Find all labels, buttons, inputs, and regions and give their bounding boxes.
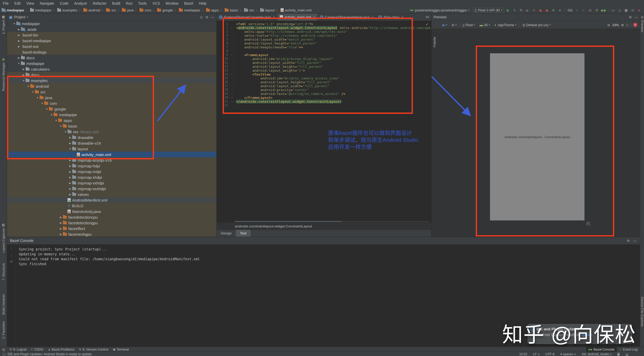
- tool-device-file-explorer[interactable]: Device File Explorer: [640, 297, 644, 327]
- run-disabled-icon[interactable]: ▶: [525, 8, 530, 12]
- tree-toggle-icon[interactable]: ▶: [68, 170, 72, 173]
- locate-file-icon[interactable]: ⊙: [200, 15, 203, 19]
- tree-toggle-icon[interactable]: ▶: [68, 159, 72, 162]
- tree-toggle-icon[interactable]: ▶: [68, 193, 72, 196]
- fold-marker-icon[interactable]: ⌐: [230, 100, 234, 103]
- scroll-up-icon[interactable]: ↑: [11, 247, 12, 251]
- fold-marker-icon[interactable]: ⌐: [230, 96, 234, 100]
- tree-toggle-icon[interactable]: ▶: [21, 73, 26, 76]
- tree-item-basic[interactable]: ▼basic: [7, 123, 216, 129]
- scroll-down-icon[interactable]: ↓: [11, 253, 12, 257]
- breadcrumb-item-mediapipe[interactable]: mediapipe: [30, 8, 51, 12]
- breadcrumb-item-apps[interactable]: apps: [206, 8, 219, 12]
- tree-item-bazel-mediapipe[interactable]: ▶bazel-mediapipe: [7, 38, 216, 43]
- menu-window[interactable]: Window: [163, 0, 181, 7]
- breadcrumb-item-mediapipe[interactable]: mediapipe: [179, 8, 200, 12]
- tree-item-src[interactable]: ▼src: [7, 89, 216, 95]
- tree-toggle-icon[interactable]: ▶: [68, 142, 72, 145]
- tab-bazel-problems[interactable]: ▲Bazel Problems: [46, 347, 77, 352]
- tool-layout-captures[interactable]: ▨Layout Captures: [0, 223, 7, 253]
- menu-run[interactable]: Run: [123, 0, 135, 7]
- tree-item-.aswb[interactable]: ▶.aswb: [7, 26, 216, 32]
- zoom-out-icon[interactable]: ⊖: [607, 23, 610, 27]
- hide-panel-icon[interactable]: —: [211, 15, 214, 19]
- zoom-fit-icon[interactable]: ⊙: [626, 23, 629, 27]
- fold-marker-icon[interactable]: ⌐: [230, 92, 234, 96]
- tree-item-bazel-bin[interactable]: ▶bazel-bin: [7, 32, 216, 38]
- breadcrumb-item-java[interactable]: java: [122, 8, 134, 12]
- status-message[interactable]: IDE and Plugin Updates: Android Studio i…: [8, 352, 92, 356]
- tree-item-faceeffect[interactable]: ▶faceeffect: [7, 226, 216, 231]
- menu-code[interactable]: Code: [57, 0, 71, 7]
- breadcrumb-item-mediapipe[interactable]: mediapipe: [2, 8, 24, 12]
- tree-item-com[interactable]: ▼com: [7, 100, 216, 106]
- profile-cpu-icon[interactable]: ◆: [538, 8, 543, 12]
- menu-refactor[interactable]: Refactor: [90, 0, 109, 7]
- tree-toggle-icon[interactable]: ▼: [63, 130, 68, 133]
- hide-panel-icon[interactable]: —: [633, 239, 637, 243]
- zoom-in-icon[interactable]: ⊕: [621, 23, 624, 27]
- tree-toggle-icon[interactable]: ▶: [17, 28, 21, 31]
- tree-item-mediapipe[interactable]: ▼mediapipe: [7, 112, 216, 117]
- tree-toggle-icon[interactable]: ▶: [17, 34, 21, 36]
- menu-tools[interactable]: Tools: [135, 0, 150, 7]
- tree-toggle-icon[interactable]: ▶: [17, 56, 21, 59]
- tree-toggle-icon[interactable]: ▶: [17, 39, 21, 42]
- tree-toggle-icon[interactable]: ▶: [17, 45, 21, 48]
- apply-code-changes-icon[interactable]: ↻: [519, 8, 523, 12]
- mode-tab-text[interactable]: Text: [236, 230, 251, 237]
- tree-toggle-icon[interactable]: ▼: [21, 79, 26, 82]
- tree-toggle-icon[interactable]: ▼: [40, 102, 44, 105]
- close-tab-icon[interactable]: ×: [273, 15, 275, 19]
- run-icon[interactable]: ▶: [506, 8, 510, 12]
- gear-icon[interactable]: ⚙: [629, 15, 632, 19]
- breadcrumb-item-activity_main.xml[interactable]: activity_main.xml: [281, 8, 312, 12]
- locale-dropdown[interactable]: ◎Default (en-us) ▾: [521, 23, 553, 27]
- tree-toggle-icon[interactable]: ▼: [49, 113, 54, 116]
- stop-icon[interactable]: ■: [558, 8, 562, 12]
- layout-inspector-icon[interactable]: ▭: [611, 8, 616, 12]
- tree-item-values[interactable]: ▶values: [7, 191, 216, 197]
- sdk-manager-icon[interactable]: ▦: [624, 8, 628, 12]
- editor-tab-CameraXPreviewHelper.java[interactable]: CCameraXPreviewHelper.java×: [318, 13, 376, 21]
- tree-item-BUILD[interactable]: ✳BUILD: [7, 203, 216, 209]
- tool-structure[interactable]: 7: Structure: [0, 263, 7, 280]
- breadcrumb-item-google[interactable]: google: [157, 8, 173, 12]
- tree-item-facedetectiongpu[interactable]: ▶facedetectiongpu: [7, 220, 216, 226]
- tree-item-mipmap-hdpi[interactable]: ▶mipmap-hdpi: [7, 163, 216, 169]
- profiler-record-icon[interactable]: ●: [637, 8, 641, 12]
- tree-toggle-icon[interactable]: ▶: [59, 227, 63, 230]
- tree-toggle-icon[interactable]: ▼: [59, 125, 63, 128]
- tree-toggle-icon[interactable]: ▼: [31, 91, 35, 93]
- editor-horizontal-scrollbar[interactable]: [235, 221, 429, 222]
- tree-item-drawable-v24[interactable]: ▶drawable-v24: [7, 140, 216, 146]
- run-config-selector[interactable]: ◆◆posetrackinggpu:posetrackinggpu▾: [408, 8, 471, 12]
- tree-toggle-icon[interactable]: ▶: [68, 165, 72, 167]
- tab-list-dropdown[interactable]: ▾≡: [426, 13, 431, 21]
- tool-favorites[interactable]: 2: Favorites: [0, 321, 7, 339]
- editor-tab-ExternalTextureConverter.java[interactable]: CExternalTextureConverter.java×: [217, 13, 277, 21]
- preview-canvas[interactable]: androidx.constraintlayout...ConstraintLa…: [431, 28, 640, 237]
- git-branch-selector[interactable]: Git: android_studio ⇵: [582, 352, 612, 356]
- tree-item-layout[interactable]: ▼layout: [7, 146, 216, 152]
- menu-bazel[interactable]: Bazel: [181, 0, 196, 7]
- device-dropdown[interactable]: ▯Pixel▾: [461, 23, 477, 27]
- tree-toggle-icon[interactable]: ▼: [35, 96, 40, 99]
- tree-item-mipmap-anydpi-v26[interactable]: ▶mipmap-anydpi-v26: [7, 157, 216, 163]
- menu-navigate[interactable]: Navigate: [37, 0, 57, 7]
- tree-item-java[interactable]: ▼java: [7, 95, 216, 100]
- editor-tab-activity_main.xml[interactable]: activity_main.xml×: [277, 13, 318, 21]
- tree-item-google[interactable]: ▼google: [7, 106, 216, 112]
- tree-toggle-icon[interactable]: ▶: [59, 233, 63, 236]
- resize-handle-icon[interactable]: [586, 222, 590, 226]
- code-editor[interactable]: 1<?xml version="1.0" encoding="utf-8"?>2…: [217, 21, 431, 222]
- device-screen[interactable]: androidx.constraintlayout...ConstraintLa…: [490, 53, 584, 220]
- menu-view[interactable]: View: [24, 0, 37, 7]
- tree-toggle-icon[interactable]: ▼: [17, 62, 21, 65]
- tab-palette[interactable]: Palette: [431, 37, 437, 47]
- breadcrumb-item-examples[interactable]: examples: [57, 8, 77, 12]
- tree-toggle-icon[interactable]: ▶: [68, 182, 72, 184]
- tree-toggle-icon[interactable]: ▼: [45, 108, 49, 110]
- breadcrumb-item-src[interactable]: src: [106, 8, 116, 12]
- tool-preview[interactable]: ◎Preview: [640, 16, 644, 32]
